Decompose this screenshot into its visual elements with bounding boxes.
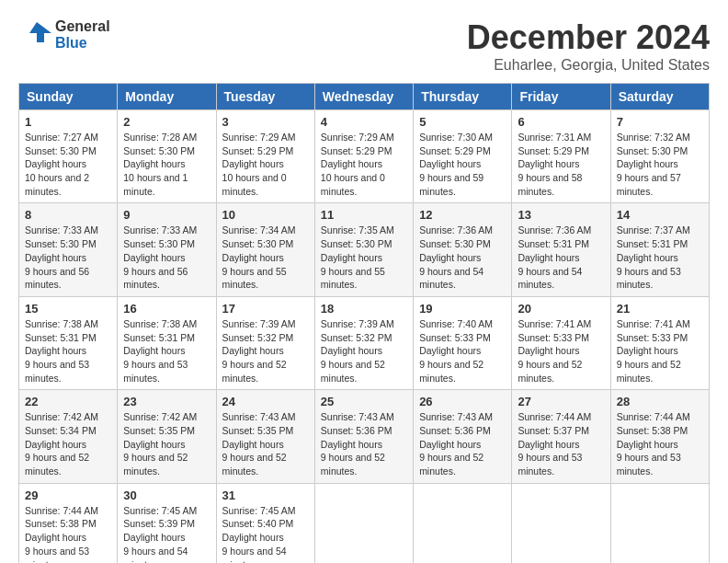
- calendar-cell: 14 Sunrise: 7:37 AM Sunset: 5:31 PM Dayl…: [610, 203, 709, 296]
- calendar-cell: 17 Sunrise: 7:39 AM Sunset: 5:32 PM Dayl…: [216, 296, 314, 389]
- day-number: 25: [321, 395, 407, 408]
- day-info: Sunrise: 7:38 AM Sunset: 5:31 PM Dayligh…: [25, 317, 111, 385]
- day-number: 26: [419, 395, 506, 408]
- logo-general: General: [55, 18, 110, 35]
- day-number: 19: [419, 302, 506, 316]
- day-info: Sunrise: 7:38 AM Sunset: 5:31 PM Dayligh…: [123, 317, 210, 385]
- calendar-cell: 31 Sunrise: 7:45 AM Sunset: 5:40 PM Dayl…: [216, 483, 314, 563]
- day-info: Sunrise: 7:29 AM Sunset: 5:29 PM Dayligh…: [222, 131, 309, 198]
- calendar-cell: 16 Sunrise: 7:38 AM Sunset: 5:31 PM Dayl…: [118, 296, 216, 389]
- calendar-cell: 26 Sunrise: 7:43 AM Sunset: 5:36 PM Dayl…: [414, 390, 512, 483]
- day-info: Sunrise: 7:41 AM Sunset: 5:33 PM Dayligh…: [617, 317, 703, 385]
- calendar-cell: 2 Sunrise: 7:28 AM Sunset: 5:30 PM Dayli…: [118, 110, 216, 203]
- column-header-saturday: Saturday: [610, 84, 709, 110]
- week-row-3: 15 Sunrise: 7:38 AM Sunset: 5:31 PM Dayl…: [19, 296, 710, 389]
- day-info: Sunrise: 7:31 AM Sunset: 5:29 PM Dayligh…: [518, 131, 604, 198]
- day-info: Sunrise: 7:43 AM Sunset: 5:35 PM Dayligh…: [222, 410, 309, 477]
- logo-text: General Blue: [55, 18, 110, 52]
- day-number: 20: [518, 302, 604, 316]
- column-header-tuesday: Tuesday: [216, 84, 314, 110]
- page-header: General Blue December 2024 Euharlee, Geo…: [18, 18, 710, 74]
- day-number: 17: [222, 302, 309, 316]
- column-header-friday: Friday: [512, 84, 610, 110]
- calendar-cell: 30 Sunrise: 7:45 AM Sunset: 5:39 PM Dayl…: [118, 483, 216, 563]
- column-header-wednesday: Wednesday: [314, 84, 413, 110]
- day-number: 12: [419, 208, 506, 222]
- day-info: Sunrise: 7:42 AM Sunset: 5:35 PM Dayligh…: [123, 410, 210, 477]
- calendar-cell: [314, 483, 413, 563]
- day-number: 1: [25, 115, 111, 129]
- day-number: 21: [617, 302, 703, 316]
- day-info: Sunrise: 7:45 AM Sunset: 5:39 PM Dayligh…: [123, 504, 210, 563]
- week-row-4: 22 Sunrise: 7:42 AM Sunset: 5:34 PM Dayl…: [19, 390, 710, 483]
- day-info: Sunrise: 7:29 AM Sunset: 5:29 PM Dayligh…: [321, 131, 407, 198]
- week-row-2: 8 Sunrise: 7:33 AM Sunset: 5:30 PM Dayli…: [19, 203, 710, 296]
- week-row-5: 29 Sunrise: 7:44 AM Sunset: 5:38 PM Dayl…: [19, 483, 710, 563]
- day-number: 22: [25, 395, 111, 408]
- calendar-cell: 28 Sunrise: 7:44 AM Sunset: 5:38 PM Dayl…: [610, 390, 709, 483]
- day-number: 28: [617, 395, 703, 408]
- day-number: 31: [222, 488, 309, 502]
- day-info: Sunrise: 7:44 AM Sunset: 5:38 PM Dayligh…: [617, 410, 703, 477]
- calendar-cell: [512, 483, 610, 563]
- day-info: Sunrise: 7:39 AM Sunset: 5:32 PM Dayligh…: [321, 317, 407, 385]
- day-info: Sunrise: 7:28 AM Sunset: 5:30 PM Dayligh…: [123, 131, 210, 198]
- calendar-cell: 15 Sunrise: 7:38 AM Sunset: 5:31 PM Dayl…: [19, 296, 118, 389]
- location: Euharlee, Georgia, United States: [467, 57, 710, 74]
- title-block: December 2024 Euharlee, Georgia, United …: [467, 18, 710, 74]
- day-number: 16: [123, 302, 210, 316]
- day-info: Sunrise: 7:37 AM Sunset: 5:31 PM Dayligh…: [617, 224, 703, 291]
- calendar-cell: 5 Sunrise: 7:30 AM Sunset: 5:29 PM Dayli…: [414, 110, 512, 203]
- calendar-cell: 13 Sunrise: 7:36 AM Sunset: 5:31 PM Dayl…: [512, 203, 610, 296]
- calendar-cell: 12 Sunrise: 7:36 AM Sunset: 5:30 PM Dayl…: [414, 203, 512, 296]
- day-number: 18: [321, 302, 407, 316]
- calendar-cell: 1 Sunrise: 7:27 AM Sunset: 5:30 PM Dayli…: [19, 110, 118, 203]
- calendar-cell: 21 Sunrise: 7:41 AM Sunset: 5:33 PM Dayl…: [610, 296, 709, 389]
- svg-marker-0: [29, 22, 51, 42]
- day-info: Sunrise: 7:43 AM Sunset: 5:36 PM Dayligh…: [321, 410, 407, 477]
- calendar-cell: 23 Sunrise: 7:42 AM Sunset: 5:35 PM Dayl…: [118, 390, 216, 483]
- day-number: 29: [25, 488, 111, 502]
- logo: General Blue: [18, 18, 110, 52]
- day-info: Sunrise: 7:30 AM Sunset: 5:29 PM Dayligh…: [419, 131, 506, 198]
- day-info: Sunrise: 7:42 AM Sunset: 5:34 PM Dayligh…: [25, 410, 111, 477]
- calendar-cell: 3 Sunrise: 7:29 AM Sunset: 5:29 PM Dayli…: [216, 110, 314, 203]
- column-header-sunday: Sunday: [19, 84, 118, 110]
- day-info: Sunrise: 7:35 AM Sunset: 5:30 PM Dayligh…: [321, 224, 407, 291]
- day-info: Sunrise: 7:34 AM Sunset: 5:30 PM Dayligh…: [222, 224, 309, 291]
- day-info: Sunrise: 7:44 AM Sunset: 5:37 PM Dayligh…: [518, 410, 604, 477]
- day-info: Sunrise: 7:32 AM Sunset: 5:30 PM Dayligh…: [617, 131, 703, 198]
- calendar-cell: 20 Sunrise: 7:41 AM Sunset: 5:33 PM Dayl…: [512, 296, 610, 389]
- day-number: 8: [25, 208, 111, 222]
- day-number: 27: [518, 395, 604, 408]
- day-info: Sunrise: 7:33 AM Sunset: 5:30 PM Dayligh…: [25, 224, 111, 291]
- calendar-table: SundayMondayTuesdayWednesdayThursdayFrid…: [18, 83, 710, 563]
- day-info: Sunrise: 7:45 AM Sunset: 5:40 PM Dayligh…: [222, 504, 309, 563]
- day-info: Sunrise: 7:43 AM Sunset: 5:36 PM Dayligh…: [419, 410, 506, 477]
- calendar-cell: 18 Sunrise: 7:39 AM Sunset: 5:32 PM Dayl…: [314, 296, 413, 389]
- calendar-cell: 10 Sunrise: 7:34 AM Sunset: 5:30 PM Dayl…: [216, 203, 314, 296]
- day-info: Sunrise: 7:27 AM Sunset: 5:30 PM Dayligh…: [25, 131, 111, 198]
- calendar-cell: 25 Sunrise: 7:43 AM Sunset: 5:36 PM Dayl…: [314, 390, 413, 483]
- column-header-monday: Monday: [118, 84, 216, 110]
- day-number: 14: [617, 208, 703, 222]
- calendar-cell: 4 Sunrise: 7:29 AM Sunset: 5:29 PM Dayli…: [314, 110, 413, 203]
- day-info: Sunrise: 7:33 AM Sunset: 5:30 PM Dayligh…: [123, 224, 210, 291]
- day-info: Sunrise: 7:41 AM Sunset: 5:33 PM Dayligh…: [518, 317, 604, 385]
- day-number: 7: [617, 115, 703, 129]
- day-info: Sunrise: 7:44 AM Sunset: 5:38 PM Dayligh…: [25, 504, 111, 563]
- day-info: Sunrise: 7:36 AM Sunset: 5:30 PM Dayligh…: [419, 224, 506, 291]
- calendar-cell: 29 Sunrise: 7:44 AM Sunset: 5:38 PM Dayl…: [19, 483, 118, 563]
- logo-blue: Blue: [55, 35, 110, 52]
- day-number: 9: [123, 208, 210, 222]
- calendar-cell: [610, 483, 709, 563]
- column-header-thursday: Thursday: [414, 84, 512, 110]
- calendar-cell: 8 Sunrise: 7:33 AM Sunset: 5:30 PM Dayli…: [19, 203, 118, 296]
- day-info: Sunrise: 7:36 AM Sunset: 5:31 PM Dayligh…: [518, 224, 604, 291]
- day-number: 3: [222, 115, 309, 129]
- calendar-cell: 27 Sunrise: 7:44 AM Sunset: 5:37 PM Dayl…: [512, 390, 610, 483]
- calendar-cell: 22 Sunrise: 7:42 AM Sunset: 5:34 PM Dayl…: [19, 390, 118, 483]
- calendar-cell: [414, 483, 512, 563]
- calendar-cell: 19 Sunrise: 7:40 AM Sunset: 5:33 PM Dayl…: [414, 296, 512, 389]
- calendar-cell: 24 Sunrise: 7:43 AM Sunset: 5:35 PM Dayl…: [216, 390, 314, 483]
